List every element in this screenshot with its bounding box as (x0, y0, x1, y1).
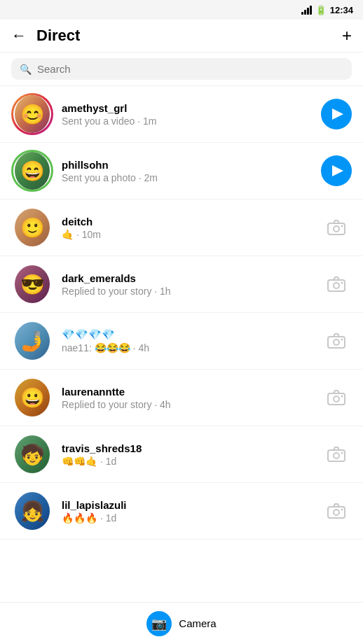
avatar: 😎 (11, 263, 53, 305)
play-triangle-icon (332, 165, 343, 176)
conv-info: laurenanntteReplied to your story · 4h (62, 386, 313, 410)
list-item[interactable]: 🤳💎💎💎💎nae11: 😂😂😂 · 4h (0, 313, 363, 370)
svg-rect-15 (328, 507, 345, 518)
list-item[interactable]: 😄phillsohnSent you a photo · 2m (0, 143, 363, 200)
camera-button[interactable] (321, 212, 352, 243)
conv-info: dark_emeraldsReplied to your story · 1h (62, 272, 313, 297)
conv-subtitle: Sent you a video · 1m (62, 115, 313, 127)
svg-point-13 (334, 453, 339, 458)
conv-username: travis_shreds18 (62, 442, 313, 454)
avatar: 🧒 (11, 433, 53, 475)
avatar: 👧 (11, 490, 53, 532)
play-button[interactable] (321, 99, 352, 130)
new-message-button[interactable]: + (342, 27, 352, 44)
svg-point-14 (341, 452, 343, 454)
conv-info: amethyst_grlSent you a video · 1m (62, 102, 313, 127)
camera-label: Camera (179, 617, 216, 629)
svg-point-1 (334, 226, 339, 232)
conv-info: lil_lapislazuli🔥🔥🔥 · 1d (62, 499, 313, 524)
bottom-spacer (0, 540, 363, 589)
camera-icon (327, 333, 345, 349)
avatar: 🙂 (11, 206, 53, 248)
conversation-list: 😊amethyst_grlSent you a video · 1m😄phill… (0, 86, 363, 540)
svg-point-4 (334, 283, 339, 288)
conv-subtitle: Replied to your story · 1h (62, 286, 313, 297)
camera-button[interactable] (321, 439, 352, 470)
bottom-bar[interactable]: 📷 Camera (0, 602, 363, 644)
conv-subtitle: 🤙 · 10m (62, 229, 313, 240)
list-item[interactable]: 😀laurenanntteReplied to your story · 4h (0, 370, 363, 426)
conv-username: dark_emeralds (62, 272, 313, 284)
conv-username: phillsohn (62, 159, 313, 171)
camera-icon (327, 220, 345, 235)
camera-icon (327, 276, 345, 292)
top-nav: ← Direct + (0, 20, 363, 52)
camera-icon (327, 503, 345, 519)
conv-username: laurenanntte (62, 386, 313, 398)
svg-point-5 (341, 282, 343, 284)
nav-left: ← Direct (11, 27, 80, 45)
conv-info: phillsohnSent you a photo · 2m (62, 159, 313, 183)
list-item[interactable]: 🙂deitch🤙 · 10m (0, 200, 363, 256)
play-triangle-icon (332, 108, 343, 120)
conv-username: amethyst_grl (62, 102, 313, 114)
conv-subtitle: nae11: 😂😂😂 · 4h (62, 342, 313, 354)
camera-button[interactable] (321, 269, 352, 300)
svg-rect-12 (328, 450, 345, 461)
search-bar: 🔍 (0, 52, 363, 86)
svg-point-2 (341, 225, 343, 227)
avatar: 😀 (11, 377, 53, 419)
status-icons: 🔋 12:34 (301, 5, 353, 15)
svg-rect-3 (328, 280, 345, 291)
signal-icon (301, 5, 312, 15)
avatar: 😄 (11, 150, 53, 192)
status-bar: 🔋 12:34 (0, 0, 363, 20)
search-icon: 🔍 (20, 64, 32, 75)
svg-rect-6 (328, 337, 345, 348)
camera-button[interactable] (321, 496, 352, 526)
status-time: 12:34 (330, 5, 353, 15)
camera-icon (327, 390, 345, 405)
page-title: Direct (36, 27, 80, 45)
conv-username: deitch (62, 216, 313, 227)
svg-point-16 (334, 510, 339, 515)
conv-subtitle: Sent you a photo · 2m (62, 172, 313, 183)
svg-point-11 (341, 396, 343, 398)
conv-subtitle: Replied to your story · 4h (62, 399, 313, 410)
svg-point-17 (341, 509, 343, 511)
search-input-wrap: 🔍 (11, 58, 352, 80)
camera-button[interactable] (321, 382, 352, 413)
conv-info: deitch🤙 · 10m (62, 216, 313, 240)
list-item[interactable]: 🧒travis_shreds18👊👊🤙 · 1d (0, 426, 363, 483)
conv-info: travis_shreds18👊👊🤙 · 1d (62, 442, 313, 467)
svg-rect-9 (328, 393, 345, 405)
camera-button[interactable] (321, 326, 352, 356)
search-input[interactable] (37, 63, 343, 75)
conv-subtitle: 👊👊🤙 · 1d (62, 456, 313, 467)
avatar: 🤳 (11, 320, 53, 362)
camera-icon: 📷 (146, 611, 172, 636)
conv-username: lil_lapislazuli (62, 499, 313, 511)
camera-icon (327, 447, 345, 462)
list-item[interactable]: 😊amethyst_grlSent you a video · 1m (0, 86, 363, 143)
svg-point-7 (334, 340, 339, 345)
list-item[interactable]: 😎dark_emeraldsReplied to your story · 1h (0, 256, 363, 313)
svg-rect-0 (328, 223, 345, 234)
conv-subtitle: 🔥🔥🔥 · 1d (62, 512, 313, 524)
svg-point-10 (334, 396, 339, 402)
list-item[interactable]: 👧lil_lapislazuli🔥🔥🔥 · 1d (0, 483, 363, 540)
svg-point-8 (341, 339, 343, 341)
conv-info: 💎💎💎💎nae11: 😂😂😂 · 4h (62, 328, 313, 354)
battery-icon: 🔋 (315, 5, 327, 15)
play-button[interactable] (321, 155, 352, 186)
avatar: 😊 (11, 93, 53, 135)
back-button[interactable]: ← (11, 27, 27, 45)
conv-username: 💎💎💎💎 (62, 328, 313, 341)
